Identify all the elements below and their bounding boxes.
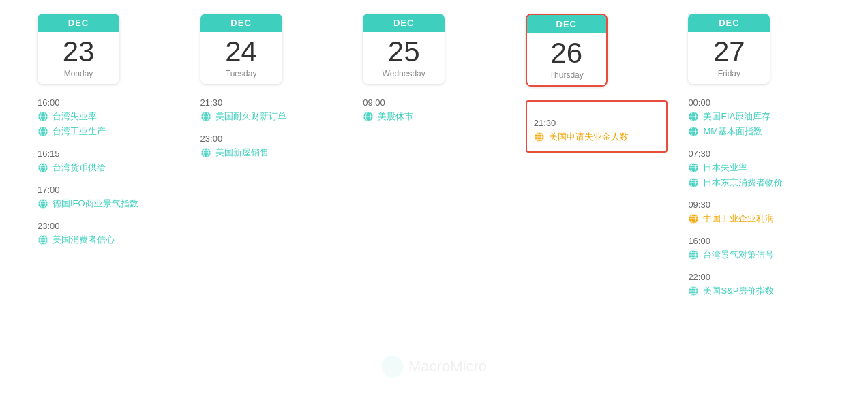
day-name-dec23: Monday: [38, 69, 119, 84]
calendar-container: DEC 23 Monday 16:00 台湾失业率 台湾工业生产16:15 台湾: [27, 14, 841, 300]
month-header-dec26: DEC: [527, 15, 606, 33]
calendar-card-dec27: DEC 27 Friday: [688, 14, 770, 84]
day-number-dec26: 26: [527, 33, 606, 70]
calendar-card-dec25: DEC 25 Wednesday: [363, 14, 445, 84]
globe-icon: [200, 147, 211, 158]
time-label-dec23: 16:15: [38, 149, 180, 159]
time-label-dec27: 07:30: [688, 149, 830, 159]
globe-icon: [688, 286, 699, 296]
time-label-dec26: 21:30: [534, 118, 660, 128]
event-link[interactable]: 美国消费者信心: [53, 234, 115, 246]
day-number-dec27: 27: [688, 32, 770, 69]
event-link[interactable]: 美国耐久财新订单: [215, 110, 286, 123]
event-item: 日本东京消费者物价: [688, 177, 830, 189]
event-item: MM基本面指数: [688, 125, 830, 138]
events-list-dec26: 21:30 美国申请失业金人数: [526, 100, 668, 153]
globe-icon: [688, 162, 699, 173]
highlighted-event-box-dec26: 21:30 美国申请失业金人数: [526, 100, 668, 153]
globe-icon: [38, 126, 48, 137]
event-item: 中国工业企业利润: [688, 213, 830, 225]
events-list-dec23: 16:00 台湾失业率 台湾工业生产16:15 台湾货币供给17:00: [38, 97, 180, 246]
day-column-dec23: DEC 23 Monday 16:00 台湾失业率 台湾工业生产16:15 台湾: [27, 14, 190, 300]
event-link[interactable]: 台湾工业生产: [53, 125, 106, 138]
globe-icon: [363, 111, 374, 122]
event-item: 日本失业率: [688, 162, 830, 174]
event-link[interactable]: 美国EIA原油库存: [703, 110, 770, 123]
event-link[interactable]: 日本东京消费者物价: [703, 177, 783, 189]
event-link[interactable]: 美国新屋销售: [215, 147, 269, 159]
day-column-dec26: DEC 26 Thursday 21:30 美国申请失业金人数: [515, 14, 678, 300]
globe-icon: [38, 111, 48, 122]
event-link[interactable]: 美国S&P房价指数: [703, 285, 774, 297]
day-name-dec25: Wednesday: [363, 69, 445, 84]
time-label-dec25: 09:00: [363, 97, 505, 108]
day-number-dec23: 23: [38, 32, 119, 69]
time-label-dec24: 23:00: [200, 134, 343, 144]
calendar-card-dec23: DEC 23 Monday: [38, 14, 119, 84]
day-name-dec24: Tuesday: [200, 69, 282, 84]
month-header-dec25: DEC: [363, 14, 445, 32]
event-item: 台湾景气对策信号: [688, 249, 830, 261]
globe-icon: [688, 177, 699, 188]
event-link[interactable]: 台湾失业率: [53, 110, 97, 123]
globe-icon: [688, 111, 699, 122]
time-label-dec27: 00:00: [688, 97, 830, 108]
event-link[interactable]: 中国工业企业利润: [703, 213, 774, 225]
event-item: 台湾工业生产: [38, 125, 180, 138]
events-list-dec24: 21:30 美国耐久财新订单23:00 美国新屋销售: [200, 97, 343, 159]
event-link[interactable]: 日本失业率: [703, 162, 747, 174]
time-label-dec23: 17:00: [38, 185, 180, 195]
globe-icon: [38, 234, 48, 245]
time-label-dec23: 16:00: [38, 97, 180, 108]
event-item: 美国S&P房价指数: [688, 285, 830, 297]
globe-icon: [38, 162, 48, 173]
day-column-dec25: DEC 25 Wednesday 09:00 美股休市: [353, 14, 515, 300]
events-list-dec25: 09:00 美股休市: [363, 97, 505, 123]
event-item: 美国EIA原油库存: [688, 110, 830, 123]
event-link[interactable]: 台湾货币供给: [53, 162, 106, 174]
event-link[interactable]: 美股休市: [378, 110, 413, 123]
globe-icon: [688, 249, 699, 260]
time-label-dec23: 23:00: [38, 221, 180, 231]
globe-icon: [38, 198, 48, 209]
month-header-dec27: DEC: [688, 14, 770, 32]
event-link[interactable]: 台湾景气对策信号: [703, 249, 774, 261]
day-number-dec24: 24: [200, 32, 282, 69]
time-label-dec27: 09:30: [688, 200, 830, 210]
event-item: 美国新屋销售: [200, 147, 343, 159]
event-item: 台湾失业率: [38, 110, 180, 123]
event-item: 台湾货币供给: [38, 162, 180, 174]
time-label-dec27: 16:00: [688, 236, 830, 246]
globe-icon: [200, 111, 211, 122]
event-item: 美国消费者信心: [38, 234, 180, 246]
globe-icon: [688, 213, 699, 224]
event-item: 美股休市: [363, 110, 505, 123]
event-item: 美国耐久财新订单: [200, 110, 343, 123]
calendar-card-dec26: DEC 26 Thursday: [526, 14, 608, 87]
event-link[interactable]: MM基本面指数: [703, 125, 762, 138]
time-label-dec24: 21:30: [200, 97, 343, 108]
time-label-dec27: 22:00: [688, 272, 830, 282]
day-name-dec26: Thursday: [527, 70, 606, 85]
globe-icon: [534, 132, 545, 142]
event-item: 德国IFO商业景气指数: [38, 198, 180, 210]
month-header-dec24: DEC: [200, 14, 282, 32]
globe-icon: [688, 126, 699, 137]
month-header-dec23: DEC: [38, 14, 119, 32]
day-column-dec24: DEC 24 Tuesday 21:30 美国耐久财新订单23:00 美国新屋销…: [190, 14, 353, 300]
event-link[interactable]: 德国IFO商业景气指数: [53, 198, 138, 210]
day-column-dec27: DEC 27 Friday 00:00 美国EIA原油库存 MM基本面指数07:…: [678, 14, 841, 300]
events-list-dec27: 00:00 美国EIA原油库存 MM基本面指数07:30 日本失业率: [688, 97, 830, 297]
calendar-card-dec24: DEC 24 Tuesday: [200, 14, 282, 84]
day-name-dec27: Friday: [688, 69, 770, 84]
day-number-dec25: 25: [363, 32, 445, 69]
event-link[interactable]: 美国申请失业金人数: [549, 131, 629, 143]
event-item: 美国申请失业金人数: [534, 131, 660, 143]
